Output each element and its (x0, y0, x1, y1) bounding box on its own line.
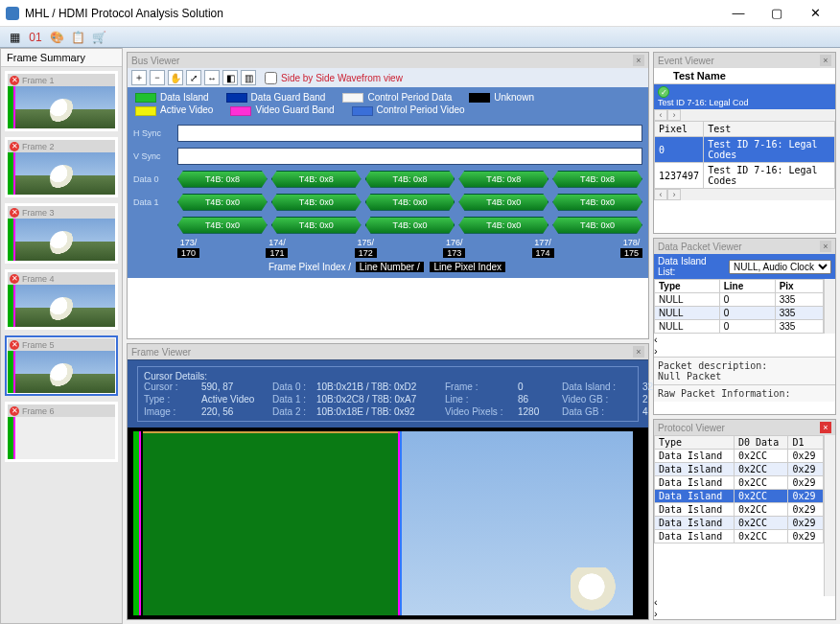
close-button[interactable]: ✕ (796, 2, 834, 25)
data-segment[interactable]: T4B: 0x0 (552, 217, 642, 234)
data-segment[interactable]: T4B: 0x8 (177, 171, 268, 188)
grid-icon[interactable]: ▦ (6, 29, 23, 46)
close-icon[interactable]: × (633, 346, 644, 358)
lane-data0[interactable]: T4B: 0x8T4B: 0x8T4B: 0x8T4B: 0x8T4B: 0x8 (177, 171, 642, 188)
legend-swatch (469, 93, 490, 103)
h-scrollbar[interactable]: ‹› (654, 109, 835, 121)
grid-toggle-icon[interactable]: ▥ (241, 70, 256, 85)
frame-thumbnail-list[interactable]: ✕Frame 1✕Frame 2✕Frame 3✕Frame 4✕Frame 5… (1, 67, 122, 623)
close-icon[interactable]: × (820, 241, 831, 252)
table-row[interactable]: Data Island0x2CC0x29 (655, 517, 824, 530)
fit-icon[interactable]: ⤢ (186, 70, 201, 85)
pass-check-icon: ✓ (658, 86, 669, 98)
frame-label: Frame 6 (22, 406, 55, 416)
col-line[interactable]: Line (719, 280, 775, 293)
error-icon: ✕ (10, 340, 19, 350)
zoom-out-icon[interactable]: － (150, 70, 165, 85)
main-toolbar: ▦ 01 🎨 📋 🛒 (0, 27, 840, 48)
data-segment[interactable]: T4B: 0x0 (552, 194, 642, 211)
table-row[interactable]: NULL0335 (655, 293, 824, 307)
zoom-in-icon[interactable]: ＋ (131, 70, 147, 85)
protocol-table[interactable]: Type D0 Data D1 Data Island0x2CC0x29Data… (654, 435, 824, 543)
data-segment[interactable]: T4B: 0x8 (365, 171, 455, 188)
error-icon: ✕ (10, 208, 19, 218)
data-segment[interactable]: T4B: 0x0 (177, 217, 268, 234)
data-segment[interactable]: T4B: 0x0 (271, 217, 362, 234)
frame-thumbnail[interactable]: ✕Frame 6 (5, 402, 118, 462)
legend-item: Video Guard Band (230, 104, 334, 115)
frame-thumbnail[interactable]: ✕Frame 2 (5, 137, 118, 197)
table-row[interactable]: Data Island0x2CC0x29 (655, 503, 824, 517)
lane-hsync-label: H Sync (133, 128, 177, 138)
col-pixel[interactable]: Pixel (655, 122, 704, 137)
data-segment[interactable]: T4B: 0x0 (177, 194, 268, 211)
lane-vsync[interactable] (177, 148, 642, 165)
col-type[interactable]: Type (655, 436, 735, 450)
h-scrollbar[interactable]: ‹› (654, 189, 835, 200)
fit-width-icon[interactable]: ↔ (204, 70, 220, 85)
paint-icon[interactable]: 🎨 (48, 29, 65, 46)
data-segment[interactable]: T4B: 0x0 (458, 194, 548, 211)
side-by-side-input[interactable] (265, 72, 277, 84)
cursor-label: Frame : (445, 381, 514, 392)
table-row[interactable]: Data Island0x2CC0x29 (655, 490, 824, 503)
data-segment[interactable]: T4B: 0x0 (365, 194, 455, 211)
frame-viewer-panel: Frame Viewer× Cursor Details: Cursor :59… (127, 343, 649, 620)
numbers-icon[interactable]: 01 (27, 29, 44, 46)
markers-icon[interactable]: ◧ (222, 70, 238, 85)
table-row[interactable]: NULL0335 (655, 320, 824, 334)
table-row[interactable]: NULL0335 (655, 307, 824, 320)
v-scrollbar[interactable] (824, 279, 835, 334)
side-by-side-checkbox[interactable]: Side by Side Wavefrom view (265, 72, 403, 84)
table-row[interactable]: Data Island0x2CC0x29 (655, 463, 824, 476)
data-segment[interactable]: T4B: 0x8 (271, 171, 362, 188)
lane-data1[interactable]: T4B: 0x0T4B: 0x0T4B: 0x0T4B: 0x0T4B: 0x0 (177, 194, 642, 211)
packet-table[interactable]: Type Line Pix NULL0335NULL0335NULL0335 (654, 279, 824, 334)
table-row[interactable]: Data Island0x2CC0x29 (655, 530, 824, 543)
data-segment[interactable]: T4B: 0x8 (458, 171, 548, 188)
col-d1[interactable]: D1 (788, 436, 824, 450)
data-segment[interactable]: T4B: 0x0 (365, 217, 455, 234)
hand-icon[interactable]: ✋ (168, 70, 183, 85)
cart-icon[interactable]: 🛒 (90, 29, 107, 46)
data-island-list-select[interactable]: NULL, Audio Clock (729, 260, 831, 274)
data-segment[interactable]: T4B: 0x8 (552, 171, 642, 188)
close-icon[interactable]: × (820, 55, 831, 66)
minimize-button[interactable]: — (719, 2, 758, 25)
cursor-value: 1280 (518, 406, 558, 417)
data-segment[interactable]: T4B: 0x0 (458, 217, 548, 234)
close-icon[interactable]: × (633, 55, 644, 66)
lane-data2[interactable]: T4B: 0x0T4B: 0x0T4B: 0x0T4B: 0x0T4B: 0x0 (177, 217, 642, 234)
event-table[interactable]: Pixel Test 0Test ID 7-16: Legal Codes123… (654, 121, 835, 189)
col-test[interactable]: Test (704, 122, 835, 137)
tick: 177/174 (532, 238, 554, 258)
h-scrollbar[interactable]: ‹› (654, 334, 835, 357)
lane-hsync[interactable] (177, 125, 642, 142)
table-row[interactable]: 0Test ID 7-16: Legal Codes (655, 137, 835, 163)
frame-thumbnail[interactable]: ✕Frame 5 (5, 335, 118, 396)
table-row[interactable]: 1237497Test ID 7-16: Legal Codes (655, 163, 835, 189)
window-title: MHL / HDMI Protocol Analysis Solution (25, 7, 719, 20)
clipboard-icon[interactable]: 📋 (69, 29, 86, 46)
close-icon[interactable]: × (820, 422, 831, 433)
col-d0[interactable]: D0 Data (735, 436, 788, 450)
maximize-button[interactable]: ▢ (758, 2, 796, 25)
event-testname-header: Test Name (654, 68, 835, 84)
table-row[interactable]: Data Island0x2CC0x29 (655, 476, 824, 490)
frame-preview[interactable] (128, 428, 648, 619)
axis-fpi: Frame Pixel Index / (268, 262, 351, 272)
col-pix[interactable]: Pix (775, 280, 823, 293)
frame-summary-panel: Frame Summary ✕Frame 1✕Frame 2✕Frame 3✕F… (0, 48, 123, 624)
v-scrollbar[interactable] (824, 435, 835, 596)
event-selected-test-row[interactable]: ✓ Test ID 7-16: Legal Cod (654, 84, 835, 109)
bus-wave-area[interactable]: H Sync V Sync Data 0 T4B: 0x8T4B: 0x8T4B… (128, 121, 648, 258)
frame-thumbnail[interactable]: ✕Frame 4 (5, 269, 118, 330)
data-segment[interactable]: T4B: 0x0 (271, 194, 362, 211)
table-row[interactable]: Data Island0x2CC0x29 (655, 450, 824, 463)
frame-thumbnail[interactable]: ✕Frame 3 (5, 203, 118, 264)
cursor-label: Video Pixels : (445, 406, 514, 417)
frame-thumbnail[interactable]: ✕Frame 1 (5, 71, 118, 131)
h-scrollbar[interactable]: ‹› (654, 596, 835, 619)
cursor-label: Data 2 : (272, 406, 313, 417)
col-type[interactable]: Type (655, 280, 720, 293)
